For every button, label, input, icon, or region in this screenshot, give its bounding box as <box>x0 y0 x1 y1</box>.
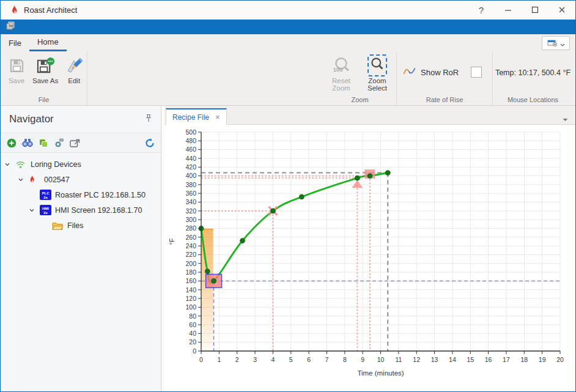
edit-button[interactable]: Edit <box>63 54 85 86</box>
rate-of-rise-icon <box>403 67 416 78</box>
device-tree: Loring Devices002547PLC2xRoaster PLC 192… <box>1 153 161 233</box>
recipe-temperature-chart[interactable]: 0204060801001201401601802002202402602803… <box>164 125 575 389</box>
app-window: Roast Architect ? File Home <box>0 0 576 392</box>
svg-text:3: 3 <box>253 356 257 363</box>
quick-access-toolbar <box>1 20 575 34</box>
ribbon-group-file: Save Save As Edit File <box>1 51 87 105</box>
minimize-button[interactable] <box>495 1 522 19</box>
show-ror-checkbox[interactable] <box>471 67 482 78</box>
y-axis-ticks: 0204060801001201401601802002202402602803… <box>185 128 201 355</box>
chevron-down-icon <box>560 38 565 49</box>
svg-text:100: 100 <box>185 303 196 311</box>
search-devices-icon[interactable] <box>22 138 33 147</box>
svg-text:12: 12 <box>413 356 420 363</box>
svg-text:300: 300 <box>185 216 196 223</box>
svg-text:17: 17 <box>503 356 510 363</box>
maximize-button[interactable] <box>522 1 548 19</box>
duplicate-icon[interactable] <box>39 138 48 148</box>
ribbon-display-options-button[interactable] <box>542 36 570 50</box>
folder-icon <box>52 221 65 230</box>
maximize-icon <box>531 5 539 15</box>
zoom-select-button[interactable]: Zoom Select <box>358 54 397 93</box>
tab-file[interactable]: File <box>1 34 29 51</box>
svg-text:140: 140 <box>185 286 196 294</box>
svg-text:460: 460 <box>185 146 196 153</box>
svg-text:2x: 2x <box>43 196 48 199</box>
refresh-button[interactable] <box>145 138 155 148</box>
show-ror-label: Show RoR <box>421 68 459 77</box>
ribbon: Save Save As Edit File <box>1 51 575 106</box>
tree-item-label: Roaster PLC 192.168.1.50 <box>55 191 146 199</box>
group-label-rate-of-rise: Rate of Rise <box>397 96 492 103</box>
svg-text:18: 18 <box>520 356 528 363</box>
settings-icon[interactable] <box>54 138 64 148</box>
tree-item-loring-devices[interactable]: Loring Devices <box>1 157 161 172</box>
zoom-select-label: Zoom Select <box>360 77 394 92</box>
tree-item-files[interactable]: Files <box>1 218 161 233</box>
plc-icon: PLC2x <box>40 190 53 200</box>
open-external-icon[interactable] <box>70 139 81 147</box>
tab-list-caret-icon[interactable] <box>563 113 568 124</box>
svg-text:220: 220 <box>185 251 196 258</box>
svg-text:11: 11 <box>395 356 402 363</box>
tree-item-label: Loring Devices <box>31 160 81 169</box>
svg-text:240: 240 <box>185 242 196 250</box>
svg-text:380: 380 <box>185 181 196 188</box>
zoom-select-icon <box>367 56 387 75</box>
svg-text:HMI: HMI <box>42 207 49 210</box>
tree-item-roaster-plc-192-168-1-50[interactable]: PLC2xRoaster PLC 192.168.1.50 <box>1 187 161 202</box>
navigator-panel: Navigator Loring Devices002547PLC2xRoast… <box>1 106 161 391</box>
svg-text:15: 15 <box>467 356 474 363</box>
triangle-marker <box>352 180 363 188</box>
tab-close-icon[interactable]: × <box>215 113 220 122</box>
minimize-icon <box>504 5 512 15</box>
tree-item-hmi-screen-192-168-1-70[interactable]: HMI2xHMI Screen 192.168.1.70 <box>1 202 161 218</box>
tree-item-002547[interactable]: 002547 <box>1 172 161 187</box>
recipe-chart-container[interactable]: 0204060801001201401601802002202402602803… <box>164 125 575 391</box>
close-button[interactable] <box>548 1 575 19</box>
reset-zoom-button[interactable]: 100 Reset Zoom <box>327 54 355 93</box>
help-button[interactable]: ? <box>468 1 495 19</box>
save-as-icon <box>36 56 55 75</box>
expand-chevron-icon[interactable] <box>29 207 40 213</box>
add-device-button[interactable] <box>7 138 17 148</box>
wifi-icon <box>15 160 29 169</box>
tab-home[interactable]: Home <box>29 34 67 51</box>
svg-text:19: 19 <box>539 356 546 363</box>
tab-home-label: Home <box>37 37 59 46</box>
expand-chevron-icon[interactable] <box>4 161 15 168</box>
save-button[interactable]: Save <box>6 54 28 86</box>
chart-grid <box>201 132 560 351</box>
svg-text:13: 13 <box>431 356 438 363</box>
svg-text:260: 260 <box>185 234 196 241</box>
save-as-label: Save As <box>32 77 58 84</box>
expand-chevron-icon[interactable] <box>18 177 29 183</box>
svg-text:0: 0 <box>199 356 203 363</box>
tab-recipe-file[interactable]: Recipe File × <box>166 108 227 125</box>
navigator-title: Navigator <box>9 113 54 125</box>
app-flame-icon <box>10 5 18 15</box>
svg-text:440: 440 <box>185 155 196 162</box>
pin-icon[interactable] <box>145 114 152 125</box>
main-area: Navigator Loring Devices002547PLC2xRoast… <box>1 106 575 391</box>
edit-icon <box>65 56 83 75</box>
tree-item-label: 002547 <box>44 176 70 184</box>
recipe-curve <box>201 173 388 283</box>
svg-text:4: 4 <box>271 356 275 363</box>
svg-text:10: 10 <box>377 356 385 363</box>
quick-save-icon[interactable] <box>6 21 15 33</box>
svg-text:5: 5 <box>289 356 293 363</box>
svg-text:180: 180 <box>185 268 196 276</box>
svg-text:500: 500 <box>185 128 196 136</box>
x-axis-label: Time (minutes) <box>357 369 404 377</box>
svg-text:160: 160 <box>185 277 196 284</box>
hmi-icon: HMI2x <box>40 205 53 215</box>
svg-text:1: 1 <box>217 356 221 363</box>
svg-text:40: 40 <box>189 330 196 337</box>
document-tabstrip: Recipe File × <box>164 106 575 125</box>
svg-text:400: 400 <box>185 172 196 179</box>
edit-label: Edit <box>68 77 80 84</box>
save-as-button[interactable]: Save As <box>30 54 61 86</box>
group-label-mouse-locations: Mouse Locations <box>493 96 573 103</box>
svg-text:0: 0 <box>193 347 196 355</box>
